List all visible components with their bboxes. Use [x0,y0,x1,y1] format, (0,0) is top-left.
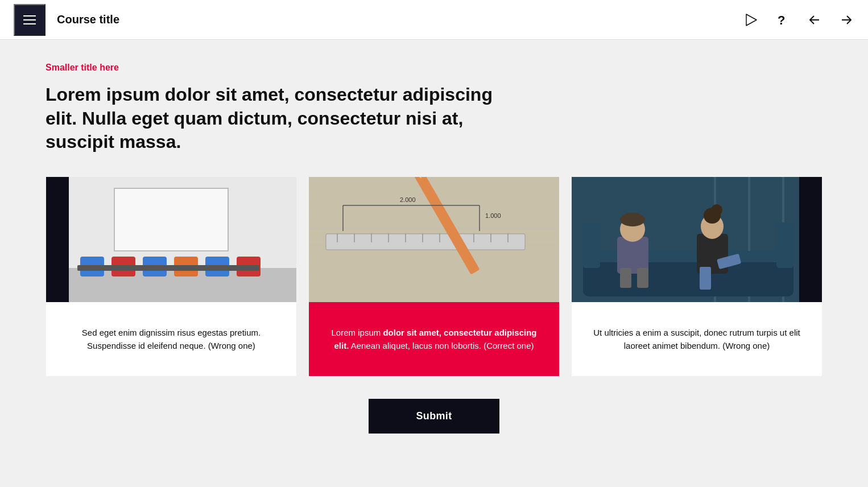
cards-row: Sed eget enim dignissim risus egestas pr… [46,177,822,376]
big-heading: Lorem ipsum dolor sit amet, consectetur … [46,83,512,154]
svg-point-52 [620,213,645,226]
card-image-wrapper-1 [46,177,296,302]
svg-text:?: ? [778,13,785,27]
submit-button[interactable]: Submit [369,399,499,434]
svg-rect-57 [620,268,631,288]
help-icon[interactable]: ? [775,12,791,28]
card-image-wrapper-3 [572,177,822,302]
card-caption-3: Ut ultricies a enim a suscipit, donec ru… [572,302,822,376]
svg-rect-48 [583,222,600,268]
svg-rect-59 [700,267,711,290]
svg-text:2.000: 2.000 [400,196,416,203]
card-text-1: Sed eget enim dignissim risus egestas pr… [62,326,280,353]
people-image [572,177,822,302]
menu-button[interactable] [14,4,46,36]
svg-rect-58 [637,268,648,288]
card-caption-1: Sed eget enim dignissim risus egestas pr… [46,302,296,376]
main-content: Smaller title here Lorem ipsum dolor sit… [0,40,868,456]
svg-rect-4 [46,177,69,302]
play-icon[interactable] [743,12,759,28]
header: Course title ? [0,0,868,40]
back-icon[interactable] [807,12,822,28]
header-right: ? [743,12,854,28]
forward-icon[interactable] [838,12,854,28]
blueprint-image: 2.000 1.000 [309,177,559,302]
svg-text:1.000: 1.000 [485,212,501,219]
card-wrong-1[interactable]: Sed eget enim dignissim risus egestas pr… [46,177,296,376]
card-correct-2[interactable]: 2.000 1.000 Lorem ipsum dolor sit amet, … [309,177,559,376]
card-text-3: Ut ultricies a enim a suscipit, donec ru… [588,326,806,353]
card-image-wrapper-2: 2.000 1.000 [309,177,559,302]
svg-point-56 [711,204,722,216]
svg-rect-6 [114,188,228,251]
course-title: Course title [57,13,119,26]
classroom-image [46,177,296,302]
submit-row: Submit [46,399,822,434]
svg-rect-22 [326,234,525,250]
svg-marker-0 [746,14,757,26]
svg-rect-14 [77,265,259,271]
header-left: Course title [14,4,119,36]
card-wrong-3[interactable]: Ut ultricies a enim a suscipit, donec ru… [572,177,822,376]
svg-rect-49 [776,222,793,268]
smaller-title: Smaller title here [46,63,822,73]
svg-rect-47 [583,251,793,262]
card-caption-2: Lorem ipsum dolor sit amet, consectetur … [309,302,559,376]
card-text-2: Lorem ipsum dolor sit amet, consectetur … [325,326,543,353]
svg-rect-42 [799,177,822,302]
svg-rect-46 [583,257,793,296]
